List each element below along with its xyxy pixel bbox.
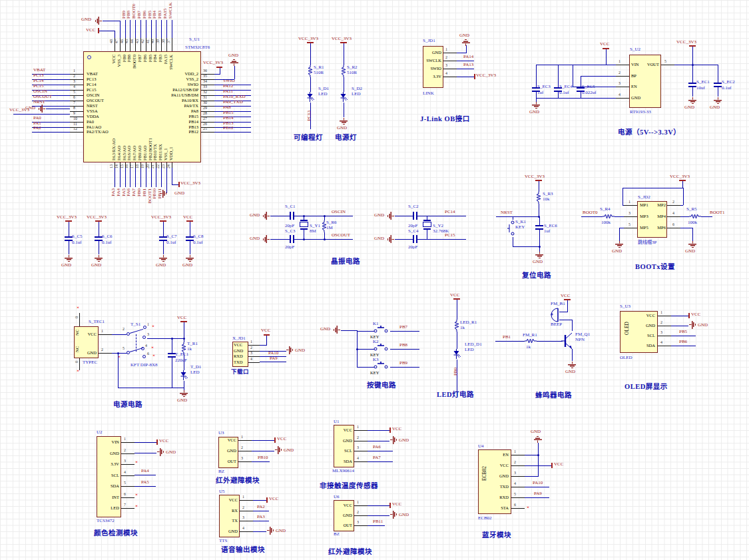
part-designator[interactable]: U2 (97, 430, 103, 435)
resistor-value[interactable]: 1k (460, 326, 465, 330)
crystal-value[interactable]: 32.768K (433, 229, 449, 234)
net-label[interactable]: PB12 (223, 126, 234, 131)
net-label[interactable]: PA4 (141, 469, 149, 473)
cap-value[interactable]: 20pF (285, 224, 294, 228)
net-label[interactable]: PB0 (137, 188, 142, 196)
connector-sub-label[interactable]: LINK (423, 91, 434, 96)
gnd-label[interactable]: GND (399, 438, 409, 443)
net-label[interactable]: OSCOUT (33, 95, 52, 99)
net-label[interactable]: PB6 (142, 11, 147, 19)
net-label[interactable]: PB9 (399, 361, 407, 366)
net-label[interactable]: PA15 (163, 9, 168, 19)
gnd-label[interactable]: GND (399, 513, 409, 517)
cap-value[interactable]: 20pF (408, 224, 417, 228)
led-designator[interactable]: S_D2 (352, 87, 362, 91)
cap-designator[interactable]: S_C2 (408, 204, 419, 209)
part-comment[interactable]: RT9193-33 (630, 110, 651, 115)
section-title[interactable]: 蜂鸣器电路 (535, 392, 572, 400)
connector-sub-label[interactable]: TYPEC (83, 360, 97, 365)
led-designator[interactable]: T_D1 (190, 365, 201, 370)
net-label[interactable]: PA5 (141, 480, 149, 485)
cap-designator[interactable]: S_EC4 (559, 85, 573, 89)
led-value[interactable]: LED (190, 370, 200, 375)
gnd-label[interactable]: GND (182, 263, 192, 268)
vcc-label[interactable]: VCC (392, 427, 401, 431)
net-label[interactable]: NRST (33, 100, 45, 105)
section-title[interactable]: BOOTx设置 (635, 264, 675, 271)
section-title[interactable]: 非接触温度传感器 (320, 483, 378, 490)
connector-sub-label[interactable]: 跳线帽3P (638, 240, 656, 245)
vcc-label[interactable]: VCC (392, 502, 401, 507)
net-label[interactable]: PA3 (257, 515, 265, 519)
gnd-label[interactable]: GND (685, 249, 695, 254)
rail-label[interactable]: VCC_3V3 (57, 215, 77, 220)
gnd-label[interactable]: GND (459, 33, 469, 38)
cap-value[interactable]: 20pF (408, 245, 417, 250)
cap-designator[interactable]: S_C6 (102, 234, 113, 239)
cap-value[interactable]: 0.022uf (582, 91, 597, 95)
crystal-designator[interactable]: S_Y1 (310, 224, 320, 228)
section-title[interactable]: 红外避障模块 (328, 549, 372, 556)
vcc3v3-label[interactable]: VCC_3V3 (525, 174, 545, 179)
net-label[interactable]: PA0 (33, 116, 41, 121)
net-label[interactable]: PA3 (111, 188, 116, 196)
transistor-value[interactable]: NPN (575, 338, 585, 342)
gnd-label[interactable]: GND (166, 450, 176, 455)
section-title[interactable]: OLED屏显示 (624, 384, 668, 391)
resistor-value[interactable]: 1k (526, 345, 531, 350)
rail-label[interactable]: VCC (183, 215, 192, 220)
net-label[interactable]: PA1 (33, 121, 41, 126)
cap-designator[interactable]: S_C3 (285, 229, 296, 234)
rail-label[interactable]: VCC_3V3 (87, 215, 107, 220)
vcc-label[interactable]: VCC (450, 293, 459, 298)
part-designator[interactable]: S_U3 (620, 304, 630, 309)
net-label[interactable]: PA13 (463, 63, 473, 67)
cap-value[interactable]: 1uf (544, 229, 550, 234)
cap-designator[interactable]: S_EC2 (722, 80, 735, 85)
gnd-label[interactable]: GND (276, 529, 286, 533)
vcc3v3-label[interactable]: VCC_3V3 (180, 181, 200, 186)
resistor-designator[interactable]: S_R4 (600, 207, 611, 212)
net-label[interactable]: PB7 (137, 11, 142, 19)
resistor-value[interactable]: 1k (187, 347, 192, 352)
led-value[interactable]: LED (352, 92, 361, 97)
net-label[interactable]: SWCLK (168, 3, 173, 19)
section-title[interactable]: 蓝牙模块 (482, 532, 511, 539)
cap-designator[interactable]: S_EC1 (696, 80, 710, 85)
cap-designator[interactable]: S_EC6 (544, 224, 557, 228)
section-title[interactable]: 电源电路 (113, 402, 142, 409)
cap-value[interactable]: 220uF (175, 358, 187, 363)
resistor-designator[interactable]: S_R1 (314, 65, 324, 70)
net-label[interactable]: PA2 (33, 126, 41, 131)
gnd-label[interactable]: GND (612, 249, 622, 254)
section-title[interactable]: 红外避障模块 (216, 477, 260, 485)
vcc-label[interactable]: VCC (561, 294, 570, 298)
vcc3v3-label[interactable]: VCC_3V3 (676, 40, 696, 45)
led-value[interactable]: LED (465, 348, 474, 352)
connector-designator[interactable]: X_JD1 (232, 336, 246, 341)
net-label[interactable]: PB5 (679, 330, 687, 334)
crystal-designator[interactable]: S_Y2 (433, 224, 443, 228)
cap-designator[interactable]: S_C8 (193, 234, 204, 239)
net-label[interactable]: PA9 (534, 491, 542, 496)
part-designator[interactable]: U5 (219, 489, 225, 494)
vcc3v3-label[interactable]: VCC_3V3 (9, 108, 29, 113)
rail-label[interactable]: VCC_3V3 (151, 215, 171, 220)
net-label[interactable]: BOOT0 (583, 210, 598, 215)
cap-value[interactable]: 0.1uf (193, 240, 203, 245)
section-title[interactable]: 下载口 (231, 369, 249, 375)
net-label[interactable]: PB1 (142, 188, 147, 196)
gnd-label[interactable]: GND (320, 327, 330, 332)
vcc-label[interactable]: VCC (177, 316, 186, 320)
resistor-designator[interactable]: LED_R1 (460, 320, 477, 325)
resistor-designator[interactable]: S_R6 (326, 220, 337, 225)
net-label[interactable]: PB0 (453, 368, 458, 376)
gnd-label[interactable]: GND (156, 263, 166, 268)
net-label[interactable]: PB10 (258, 455, 268, 460)
net-label[interactable]: PB6 (679, 340, 687, 344)
gnd-label[interactable]: GND (710, 105, 720, 110)
gnd-label[interactable]: GND (174, 191, 184, 196)
part-sub-label[interactable]: OLED (620, 356, 632, 360)
vcc-label[interactable]: VCC (159, 439, 168, 443)
part-comment[interactable]: BZ (218, 469, 224, 474)
